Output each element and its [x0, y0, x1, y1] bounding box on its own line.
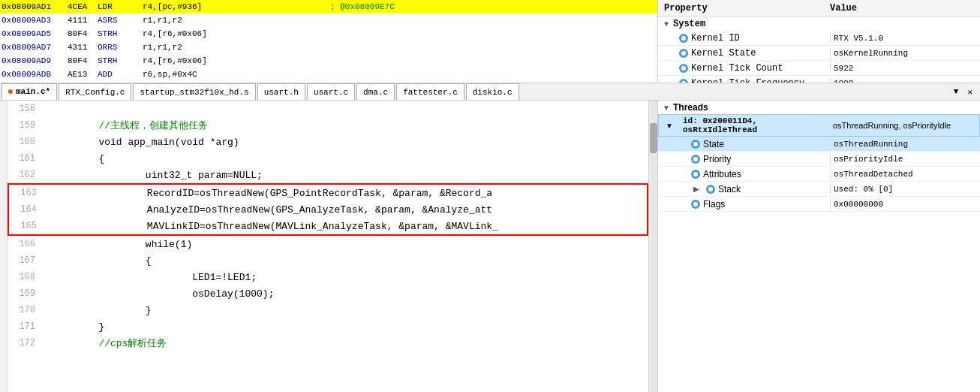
- line-number: 165: [9, 221, 43, 231]
- asm-op: STRH: [98, 56, 143, 65]
- value-col-label: Value: [827, 2, 977, 15]
- tab-startup-stm32f10x-hd-s[interactable]: startup_stm32f10x_hd.s: [133, 83, 255, 100]
- prop-name-label: Kernel Tick Count: [691, 63, 783, 74]
- prop-name-label: Kernel ID: [691, 33, 740, 44]
- thread-property-row[interactable]: Priority osPriorityIdle: [658, 152, 980, 167]
- code-row: 164 AnalyzeID=osThreadNew(GPS_AnalyzeTas…: [9, 201, 647, 218]
- stack-section-name: ▶ Stack: [658, 183, 830, 195]
- code-content: }: [52, 321, 648, 333]
- asm-addr: 0x08009AD1: [0, 2, 68, 11]
- sub-prop-value: osThreadRunning: [830, 139, 980, 149]
- tab-fattester-c[interactable]: fattester.c: [396, 83, 464, 100]
- threads-section-label: Threads: [673, 102, 708, 113]
- system-section-label: System: [673, 19, 705, 29]
- system-property-row[interactable]: Kernel Tick Frequency 1000: [658, 76, 980, 83]
- asm-args: r6,sp,#0x4C: [143, 70, 330, 79]
- asm-op: ORRS: [98, 43, 143, 52]
- line-number: 160: [8, 137, 41, 147]
- line-number: 164: [9, 204, 43, 215]
- threads-section-header[interactable]: ▼Threads: [658, 101, 980, 114]
- sub-prop-name: State: [658, 138, 830, 150]
- tab-diskio-c[interactable]: diskio.c: [466, 83, 519, 100]
- prop-name-label: Kernel State: [691, 48, 756, 59]
- asm-op: ASRS: [98, 16, 143, 25]
- asm-args: r1,r1,r2: [143, 43, 330, 52]
- thread-expand-icon[interactable]: ▼: [659, 122, 680, 130]
- tab-usart-h[interactable]: usart.h: [257, 83, 305, 100]
- prop-name: Kernel Tick Count: [658, 62, 830, 74]
- property-col-label: Property: [661, 2, 827, 15]
- thread-property-row[interactable]: State osThreadRunning: [658, 137, 980, 152]
- asm-bytes: 4CEA: [68, 2, 98, 11]
- code-content: uint32_t param=NULL;: [52, 170, 648, 181]
- line-number: 171: [8, 321, 41, 332]
- code-row: 166 while(1): [8, 236, 648, 252]
- line-number: 161: [8, 153, 41, 164]
- asm-bytes: 4111: [68, 16, 98, 25]
- stack-section-row[interactable]: ▶ Stack Used: 0% [0]: [658, 182, 980, 197]
- prop-icon: [691, 170, 700, 179]
- tab-usart-c[interactable]: usart.c: [307, 83, 355, 100]
- thread-header-row[interactable]: ▼ id: 0x200011D4, osRtxIdleThread osThre…: [658, 114, 980, 137]
- tab-main-c-[interactable]: main.c*: [2, 83, 57, 100]
- asm-op: STRH: [98, 29, 143, 38]
- asm-bytes: AE13: [68, 70, 98, 79]
- line-number: 169: [8, 288, 41, 299]
- sub-prop-name: Flags: [658, 198, 830, 210]
- tab-label: dma.c: [363, 88, 388, 97]
- tab-label: RTX_Config.c: [65, 88, 125, 97]
- asm-addr: 0x08009AD3: [0, 16, 68, 25]
- sub-prop-label: Flags: [703, 199, 725, 210]
- sub-prop-label: Attributes: [703, 169, 741, 179]
- system-section-header[interactable]: ▼System: [658, 17, 980, 31]
- left-gutter: [0, 101, 8, 392]
- expand-icon: ▼: [661, 19, 672, 29]
- code-row: 172 //cps解析任务: [8, 335, 648, 351]
- tabs-pin-button[interactable]: ▼: [951, 87, 962, 96]
- sub-prop-value: osPriorityIdle: [830, 154, 980, 164]
- property-panel: ▼Threads ▼ id: 0x200011D4, osRtxIdleThre…: [657, 101, 980, 392]
- code-scrollbar[interactable]: [648, 101, 657, 392]
- tab-label: fattester.c: [403, 88, 458, 97]
- tab-label: main.c*: [16, 87, 50, 96]
- asm-args: r1,r1,r2: [143, 16, 330, 25]
- thread-property-row[interactable]: Attributes osThreadDetached: [658, 167, 980, 182]
- asm-op: LDR: [98, 2, 143, 11]
- tabs-bar: main.c*RTX_Config.cstartup_stm32f10x_hd.…: [0, 83, 980, 101]
- prop-icon: [691, 140, 700, 149]
- prop-icon: [679, 34, 688, 43]
- tab-RTX-Config-c[interactable]: RTX_Config.c: [59, 83, 131, 100]
- code-content: {: [52, 153, 648, 164]
- asm-comment: ; @0x08009E7C: [330, 2, 395, 11]
- code-row: 158: [8, 101, 648, 117]
- code-row: 167 {: [8, 252, 648, 269]
- code-row: 169 osDelay(1000);: [8, 285, 648, 302]
- system-property-row[interactable]: Kernel ID RTX V5.1.0: [658, 31, 980, 46]
- prop-value: RTX V5.1.0: [830, 33, 980, 44]
- system-property-row[interactable]: Kernel State osKernelRunning: [658, 46, 980, 61]
- asm-row: 0x08009AD980F4STRHr4,[r6,#0x06]: [0, 54, 657, 68]
- asm-addr: 0x08009AD7: [0, 43, 68, 52]
- sub-prop-value: osThreadDetached: [830, 169, 980, 179]
- code-content: {: [52, 255, 648, 267]
- prop-name: Kernel Tick Frequency: [658, 77, 830, 83]
- code-content: //cps解析任务: [52, 336, 648, 350]
- code-content: //主线程，创建其他任务: [52, 119, 648, 132]
- code-editor[interactable]: 158159 //主线程，创建其他任务160 void app_main(voi…: [8, 101, 648, 392]
- asm-row: 0x08009AD74311ORRSr1,r1,r2: [0, 41, 657, 54]
- asm-row: 0x08009AD580F4STRHr4,[r6,#0x06]: [0, 27, 657, 41]
- tab-label: usart.c: [314, 88, 348, 97]
- asm-op: ADD: [98, 70, 143, 79]
- thread-property-row[interactable]: Flags 0x00000000: [658, 197, 980, 212]
- tabs-close-button[interactable]: ✕: [964, 87, 975, 97]
- code-content: AnalyzeID=osThreadNew(GPS_AnalyzeTask, &…: [53, 204, 647, 216]
- asm-row: 0x08009ADBAE13ADDr6,sp,#0x4C: [0, 68, 657, 81]
- tab-dot: [8, 89, 13, 94]
- system-property-row[interactable]: Kernel Tick Count 5922: [658, 61, 980, 76]
- code-row: 168 LED1=!LED1;: [8, 269, 648, 285]
- prop-icon: [691, 200, 700, 209]
- tab-dma-c[interactable]: dma.c: [356, 83, 395, 100]
- thread-value: osThreadRunning, osPriorityIdle: [829, 121, 979, 130]
- code-row: 159 //主线程，创建其他任务: [8, 117, 648, 134]
- stack-label: Stack: [718, 184, 741, 194]
